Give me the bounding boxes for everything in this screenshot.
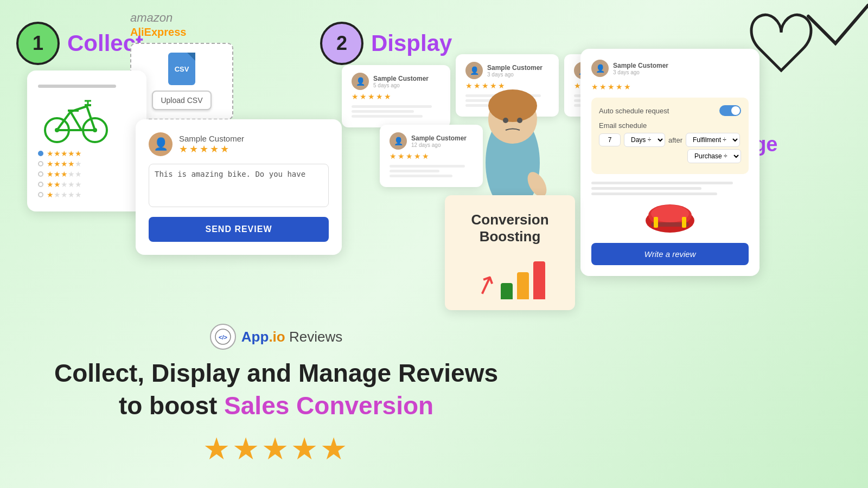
bike-image — [38, 91, 114, 145]
radio-inactive — [38, 182, 43, 187]
manage-rc-stars: ★ ★ ★ ★ ★ — [591, 82, 749, 91]
helmet-image — [643, 202, 697, 234]
conv-title-1: Conversion — [456, 211, 564, 228]
svg-rect-26 — [682, 217, 686, 228]
purchase-select[interactable]: Purchase ÷ — [687, 149, 741, 163]
section2-label: Display — [371, 30, 452, 56]
amazon-label: amazon — [130, 11, 233, 25]
rating-row-5: ★ ★ ★ ★ ★ — [38, 149, 136, 158]
svg-rect-25 — [654, 217, 658, 228]
manage-line-3 — [591, 192, 717, 195]
product-bar-1 — [38, 85, 116, 88]
manage-line-1 — [591, 182, 733, 184]
rc1-name: Sample Customer — [373, 75, 429, 82]
logo-dot: .io — [269, 329, 285, 345]
radio-inactive — [38, 171, 43, 177]
rc1-lines — [352, 105, 441, 118]
purchase-row: Purchase ÷ — [599, 149, 741, 163]
section1-number: 1 — [16, 22, 60, 65]
tagline-highlight: Sales Conversion — [224, 391, 433, 420]
reviewer-row: 👤 Sample Customer ★ ★ ★ ★ ★ — [149, 132, 329, 156]
logo-text: App.io Reviews — [241, 329, 342, 345]
review-textarea[interactable]: This is amazing bike. Do you have — [149, 164, 329, 207]
bar-3 — [533, 261, 545, 299]
reviewer-name: Sample Customer — [179, 134, 244, 143]
rc2-name: Sample Customer — [487, 64, 542, 72]
rc1-date: 5 days ago — [373, 82, 429, 88]
rc4-lines — [390, 165, 473, 177]
tagline-line2: to boost Sales Conversion — [54, 390, 498, 422]
schedule-days-input[interactable] — [599, 133, 621, 146]
section2-badge: 2 Display — [320, 22, 452, 65]
radio-inactive — [38, 161, 43, 166]
manage-rc-date: 3 days ago — [613, 69, 668, 75]
email-schedule-label: Email schedule — [599, 121, 741, 130]
review-card-1: 👤 Sample Customer 5 days ago ★ ★ ★ ★ ★ — [342, 65, 450, 127]
manage-card: 👤 Sample Customer 3 days ago ★ ★ ★ ★ ★ A… — [580, 49, 760, 276]
rc4-stars: ★ ★ ★ ★ ★ — [390, 152, 473, 160]
email-schedule-section: Email schedule Days ÷ after Fulfilment ÷… — [599, 121, 741, 163]
auto-schedule-label: Auto schedule request — [599, 107, 669, 115]
rc4-name: Sample Customer — [411, 134, 467, 142]
svg-text:</>: </> — [219, 334, 227, 341]
write-review-button[interactable]: Write a review — [591, 243, 749, 265]
bar-2 — [517, 272, 529, 299]
svg-point-18 — [503, 118, 508, 123]
reviewer-avatar: 👤 — [149, 132, 173, 156]
csv-icon: CSV — [168, 53, 195, 85]
send-review-button[interactable]: SEND REVIEW — [149, 217, 329, 242]
section2-number: 2 — [320, 22, 363, 65]
bottom-section: </> App.io Reviews Collect, Display and … — [54, 324, 498, 466]
conv-title-2: Boosting — [456, 228, 564, 245]
main-tagline: Collect, Display and Manage Reviews to b… — [54, 357, 498, 422]
reviewer-stars: ★ ★ ★ ★ ★ — [179, 143, 244, 155]
review-form-card: 👤 Sample Customer ★ ★ ★ ★ ★ This is amaz… — [136, 119, 342, 255]
fulfillment-select[interactable]: Fulfilment ÷ — [686, 133, 740, 147]
rc1-avatar: 👤 — [352, 73, 369, 90]
rc1-stars: ★ ★ ★ ★ ★ — [352, 92, 441, 101]
svg-point-17 — [488, 89, 537, 122]
rating-row-2: ★ ★ ★ ★ ★ — [38, 180, 136, 189]
applio-logo: </> App.io Reviews — [54, 324, 498, 350]
aliexpress-label: AliExpress — [130, 26, 233, 38]
conversion-boost-card: Conversion Boosting ↗ — [445, 195, 575, 310]
rc4-avatar: 👤 — [390, 132, 407, 150]
days-select[interactable]: Days ÷ — [624, 133, 665, 147]
email-schedule-row: Days ÷ after Fulfilment ÷ — [599, 133, 741, 147]
section1-badge: 1 Collect — [16, 22, 143, 65]
manage-rc-avatar: 👤 — [591, 60, 609, 77]
trend-arrow: ↗ — [470, 266, 501, 302]
radio-inactive — [38, 192, 43, 197]
rating-row-3: ★ ★ ★ ★ ★ — [38, 170, 136, 178]
manage-product-area — [591, 202, 749, 236]
after-label: after — [668, 136, 682, 144]
manage-schedule-section: Auto schedule request Email schedule Day… — [591, 98, 749, 174]
rating-row-1: ★ ★ ★ ★ ★ — [38, 190, 136, 199]
bottom-stars: ★★★★★ — [54, 431, 498, 466]
radio-active — [38, 151, 43, 156]
auto-schedule-toggle[interactable] — [719, 105, 741, 116]
manage-line-2 — [591, 187, 701, 190]
svg-line-7 — [71, 112, 81, 130]
manage-content-lines — [591, 182, 749, 195]
manage-rc-name: Sample Customer — [613, 62, 668, 69]
auto-schedule-row: Auto schedule request — [599, 105, 741, 116]
logo-icon: </> — [210, 324, 236, 350]
product-card: ★ ★ ★ ★ ★ ★ ★ ★ ★ ★ ★ ★ ★ ★ ★ ★ ★ ★ ★ ★ … — [27, 70, 146, 211]
upload-csv-button[interactable]: Upload CSV — [152, 91, 211, 110]
rating-row-4: ★ ★ ★ ★ ★ — [38, 159, 136, 168]
bar-1 — [501, 283, 513, 299]
logo-app-part: App — [241, 329, 269, 345]
logo-svg: </> — [215, 329, 231, 345]
tagline-line1: Collect, Display and Manage Reviews — [54, 357, 498, 390]
manage-review-header: 👤 Sample Customer 3 days ago — [591, 60, 749, 77]
chart-bars: ↗ — [456, 256, 564, 299]
svg-point-19 — [517, 118, 522, 123]
rc4-date: 12 days ago — [411, 142, 467, 148]
